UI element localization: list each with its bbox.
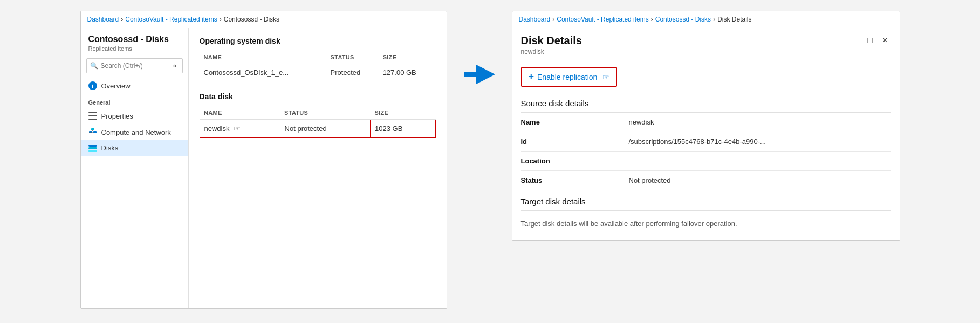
arrow-container <box>463 11 496 84</box>
arrow-head <box>476 65 495 84</box>
svg-rect-2 <box>91 128 94 130</box>
sidebar-item-properties[interactable]: Properties <box>81 108 188 124</box>
os-col-status: STATUS <box>326 51 379 64</box>
bc-current: Contosossd - Disks <box>224 16 279 23</box>
table-row[interactable]: Contosossd_OsDisk_1_e... Protected 127.0… <box>200 64 436 81</box>
right-body: Source disk details Name newdisk Id /sub… <box>512 93 900 240</box>
sidebar: Contosossd - Disks Replicated items 🔍 « … <box>81 28 189 308</box>
detail-row-status: Status Not protected <box>521 171 891 190</box>
arrow-shaft <box>464 72 477 77</box>
table-row-newdisk[interactable]: newdisk ☞ Not protected 1023 GB <box>200 120 435 138</box>
right-title: Disk Details <box>521 35 582 47</box>
right-header-actions: □ × <box>864 35 890 46</box>
enable-replication-label: Enable replication <box>537 73 597 81</box>
detail-row-name: Name newdisk <box>521 113 891 132</box>
sidebar-section-general: General <box>81 94 188 108</box>
bc-vault[interactable]: ContosoVault - Replicated items <box>125 16 217 23</box>
rbc-disks[interactable]: Contosossd - Disks <box>655 16 711 23</box>
arrow-wrap <box>464 65 495 84</box>
sidebar-item-compute-network[interactable]: Compute and Network <box>81 124 188 140</box>
os-disk-name: Contosossd_OsDisk_1_e... <box>200 64 326 81</box>
sidebar-label-disks: Disks <box>101 144 119 152</box>
rbc-dashboard[interactable]: Dashboard <box>519 16 551 23</box>
os-disk-table: NAME STATUS SIZE Contosossd_OsDisk_1_e..… <box>200 51 436 81</box>
right-header: Disk Details newdisk □ × <box>512 28 900 60</box>
search-input[interactable] <box>101 62 168 70</box>
sidebar-label-overview: Overview <box>101 82 131 90</box>
collapse-button[interactable]: « <box>171 61 179 71</box>
os-col-size: SIZE <box>379 51 436 64</box>
page-title: Contosossd - Disks <box>88 35 181 44</box>
source-section-title: Source disk details <box>521 93 891 113</box>
network-icon <box>88 128 97 136</box>
plus-icon: + <box>529 71 534 83</box>
bc-dashboard[interactable]: Dashboard <box>87 16 119 23</box>
target-note: Target disk details will be available af… <box>521 215 891 232</box>
left-panel: Dashboard › ContosoVault - Replicated it… <box>80 11 447 309</box>
detail-label-status: Status <box>521 176 629 184</box>
data-col-size: SIZE <box>371 106 435 120</box>
detail-label-id: Id <box>521 138 629 146</box>
target-section-title: Target disk details <box>521 190 891 211</box>
svg-rect-1 <box>93 131 97 133</box>
maximize-button[interactable]: □ <box>864 35 876 46</box>
left-body: Contosossd - Disks Replicated items 🔍 « … <box>81 28 447 308</box>
detail-label-location: Location <box>521 157 629 165</box>
left-breadcrumb: Dashboard › ContosoVault - Replicated it… <box>81 11 447 28</box>
data-disk-status: Not protected <box>280 120 371 138</box>
sidebar-label-properties: Properties <box>101 112 133 120</box>
data-disk-name: newdisk ☞ <box>200 120 280 138</box>
rbc-current: Disk Details <box>717 16 751 23</box>
data-disk-size: 1023 GB <box>371 120 435 138</box>
search-icon: 🔍 <box>90 62 98 70</box>
cursor-icon: ☞ <box>234 124 241 133</box>
search-box[interactable]: 🔍 « <box>86 58 183 73</box>
detail-value-id: /subscriptions/155c4768-b71c-4e4b-a990-.… <box>629 138 891 146</box>
sidebar-item-overview[interactable]: i Overview <box>81 78 188 94</box>
right-subtitle: newdisk <box>521 48 582 56</box>
detail-row-location: Location <box>521 152 891 171</box>
detail-row-id: Id /subscriptions/155c4768-b71c-4e4b-a99… <box>521 132 891 152</box>
os-disk-status: Protected <box>326 64 379 81</box>
right-breadcrumb: Dashboard › ContosoVault - Replicated it… <box>512 11 900 28</box>
sidebar-nav: i Overview General Properties <box>81 78 188 156</box>
main-content: Operating system disk NAME STATUS SIZE C… <box>189 28 447 308</box>
os-disk-section-title: Operating system disk <box>200 37 436 45</box>
info-icon: i <box>88 81 97 90</box>
enable-replication-button[interactable]: + Enable replication ☞ <box>521 67 618 87</box>
cursor-icon-right: ☞ <box>602 73 609 81</box>
os-col-name: NAME <box>200 51 326 64</box>
page-subtitle: Replicated items <box>88 45 181 52</box>
properties-icon <box>88 112 97 120</box>
detail-value-name: newdisk <box>629 118 891 126</box>
data-disk-section-title: Data disk <box>200 92 436 101</box>
detail-value-status: Not protected <box>629 176 891 184</box>
detail-label-name: Name <box>521 118 629 126</box>
rbc-vault[interactable]: ContosoVault - Replicated items <box>557 16 649 23</box>
data-disk-table: NAME STATUS SIZE newdisk ☞ Not protected… <box>200 106 436 138</box>
data-col-status: STATUS <box>280 106 371 120</box>
os-disk-size: 127.00 GB <box>379 64 436 81</box>
data-col-name: NAME <box>200 106 280 120</box>
right-header-left: Disk Details newdisk <box>521 35 582 56</box>
close-button[interactable]: × <box>879 35 890 46</box>
sidebar-header: Contosossd - Disks Replicated items <box>81 28 188 54</box>
disks-icon <box>88 145 97 152</box>
sidebar-label-compute-network: Compute and Network <box>101 128 171 136</box>
sidebar-item-disks[interactable]: Disks <box>81 140 188 156</box>
right-panel: Dashboard › ContosoVault - Replicated it… <box>512 11 900 241</box>
